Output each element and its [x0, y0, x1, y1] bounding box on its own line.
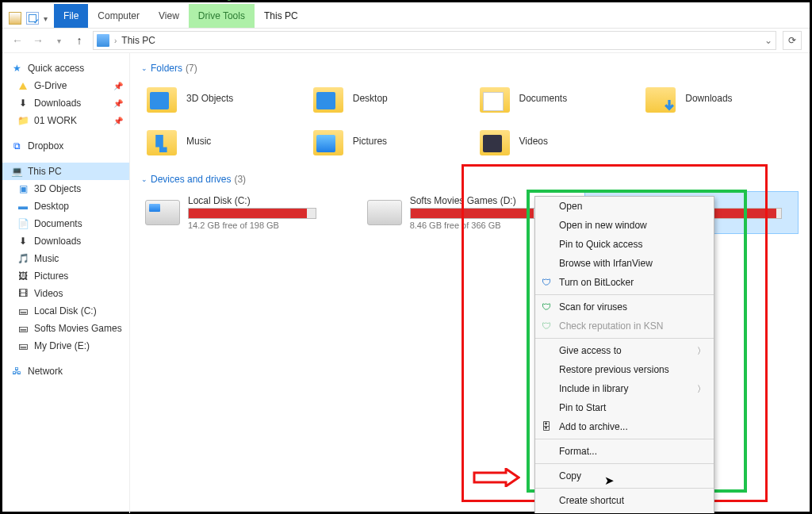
- sidebar-item-videos[interactable]: 🎞Videos: [2, 285, 129, 302]
- qat-icon-2[interactable]: ✔: [26, 12, 39, 25]
- sidebar-item-3d-objects[interactable]: ▣3D Objects: [2, 180, 129, 198]
- nav-forward: →: [31, 34, 45, 47]
- nav-back[interactable]: ←: [10, 34, 25, 47]
- gdrive-icon: [17, 79, 29, 92]
- qat-icon-1[interactable]: [9, 12, 21, 25]
- tab-drive-tools[interactable]: Drive Tools: [189, 4, 255, 28]
- sidebar-item-my-drive-e[interactable]: 🖴My Drive (E:): [2, 337, 129, 355]
- ctx-give-access-to[interactable]: Give access to〉: [535, 341, 714, 360]
- sidebar-item-desktop[interactable]: ▬Desktop: [2, 198, 129, 215]
- shield-icon: 🛡: [540, 301, 553, 313]
- group-header-drives[interactable]: ⌄Devices and drives (3): [141, 174, 799, 185]
- tile-documents[interactable]: Documents: [474, 80, 633, 117]
- ctx-open-new-window[interactable]: Open in new window: [535, 216, 714, 235]
- breadcrumb[interactable]: › This PC ⌄: [93, 31, 776, 50]
- sidebar-item-music[interactable]: 🎵Music: [2, 250, 129, 267]
- breadcrumb-location[interactable]: This PC: [121, 35, 155, 46]
- ctx-restore-previous[interactable]: Restore previous versions: [535, 360, 714, 379]
- sidebar-item-quick-access[interactable]: ★Quick access: [2, 59, 129, 77]
- sidebar-label: Downloads: [34, 236, 81, 247]
- ctx-add-archive[interactable]: 🗄Add to archive...: [535, 417, 714, 436]
- chevron-right-icon: 〉: [697, 383, 706, 395]
- tile-videos[interactable]: Videos: [474, 123, 633, 159]
- sidebar-item-downloads[interactable]: ⬇Downloads📌: [2, 94, 129, 112]
- tile-3d-objects[interactable]: 3D Objects: [141, 80, 300, 117]
- sidebar-item-01work[interactable]: 📁01 WORK📌: [2, 112, 129, 129]
- tile-desktop[interactable]: Desktop: [308, 80, 466, 117]
- nav-pane: ★Quick access G-Drive📌 ⬇Downloads📌 📁01 W…: [2, 53, 130, 513]
- group-count: (3): [234, 174, 246, 185]
- tile-pictures[interactable]: Pictures: [308, 123, 466, 159]
- ctx-create-shortcut[interactable]: Create shortcut: [535, 491, 714, 510]
- sidebar-item-local-disk-c[interactable]: 🖴Local Disk (C:): [2, 302, 129, 320]
- pin-icon: 📌: [113, 99, 123, 108]
- tile-downloads[interactable]: Downloads: [640, 80, 799, 117]
- sidebar-item-gdrive[interactable]: G-Drive📌: [2, 77, 129, 94]
- sidebar-item-this-pc[interactable]: 💻This PC: [2, 163, 129, 180]
- folders-grid: 3D Objects Desktop Documents Downloads M…: [141, 80, 799, 159]
- sidebar-label: Dropbox: [28, 140, 63, 152]
- tab-view[interactable]: View: [149, 4, 189, 28]
- ctx-include-library[interactable]: Include in library〉: [535, 379, 714, 398]
- sidebar-label: Desktop: [34, 201, 69, 212]
- ctx-browse-irfanview[interactable]: Browse with IrfanView: [535, 254, 714, 273]
- archive-icon: 🗄: [540, 420, 553, 433]
- pc-icon: 💻: [10, 165, 23, 178]
- sidebar-item-pictures[interactable]: 🖼Pictures: [2, 267, 129, 285]
- sidebar-item-dropbox[interactable]: ⧉Dropbox: [2, 137, 129, 155]
- titlebar: ✔ ▾ File Computer View Drive Tools This …: [2, 2, 810, 29]
- folder-icon: [145, 127, 178, 155]
- ctx-scan-viruses[interactable]: 🛡Scan for viruses: [535, 297, 714, 316]
- folder-icon: [312, 84, 345, 113]
- sidebar-label: Local Disk (C:): [34, 305, 97, 316]
- tile-music[interactable]: Music: [141, 123, 300, 159]
- drive-icon: 🖴: [17, 322, 29, 335]
- breadcrumb-dropdown[interactable]: ⌄: [764, 35, 772, 46]
- sidebar-label: 3D Objects: [34, 183, 81, 194]
- ctx-open[interactable]: Open: [535, 197, 714, 216]
- ctx-bitlocker[interactable]: 🛡Turn on BitLocker: [535, 273, 714, 292]
- drive-icon: [367, 200, 402, 225]
- sidebar-label: Pictures: [34, 270, 68, 282]
- ctx-copy[interactable]: Copy: [535, 466, 714, 485]
- capacity-bar: [410, 208, 538, 219]
- ctx-pin-quick-access[interactable]: Pin to Quick access: [535, 235, 714, 254]
- drive-free: 8.46 GB free of 366 GB: [410, 221, 538, 230]
- content-pane: ⌄Folders (7) 3D Objects Desktop Document…: [130, 53, 810, 513]
- ctx-rename[interactable]: Rename: [535, 510, 714, 513]
- tile-local-disk-c[interactable]: Local Disk (C:) 14.2 GB free of 198 GB: [141, 191, 355, 234]
- group-header-folders[interactable]: ⌄Folders (7): [141, 63, 799, 74]
- nav-recent[interactable]: ▾: [52, 36, 66, 45]
- folder-icon: [145, 84, 178, 113]
- music-icon: 🎵: [17, 252, 29, 265]
- sidebar-item-downloads2[interactable]: ⬇Downloads: [2, 232, 129, 250]
- tab-computer[interactable]: Computer: [88, 4, 149, 28]
- sidebar-item-documents[interactable]: 📄Documents: [2, 215, 129, 232]
- refresh-button[interactable]: ⟳: [783, 31, 802, 50]
- sidebar-item-network[interactable]: 🖧Network: [2, 362, 129, 380]
- folder-icon: [478, 127, 511, 155]
- drive-free: 14.2 GB free of 198 GB: [188, 221, 316, 230]
- pin-icon: 📌: [113, 117, 123, 125]
- sidebar-item-softs-movies[interactable]: 🖴Softs Movies Games: [2, 320, 129, 337]
- chevron-down-icon: ⌄: [141, 64, 147, 72]
- sidebar-label: 01 WORK: [34, 115, 77, 126]
- documents-icon: 📄: [17, 217, 29, 230]
- downloads-icon: ⬇: [17, 97, 29, 109]
- qat-dropdown[interactable]: ▾: [44, 14, 48, 23]
- sidebar-label: Softs Movies Games: [34, 323, 122, 334]
- ctx-pin-start[interactable]: Pin to Start: [535, 398, 714, 417]
- folder-icon: [312, 127, 345, 155]
- chevron-right-icon: ›: [114, 36, 117, 45]
- chevron-down-icon: ⌄: [141, 175, 147, 183]
- tab-file[interactable]: File: [54, 4, 88, 28]
- tile-label: Downloads: [685, 93, 732, 104]
- sidebar-label: Documents: [34, 218, 82, 229]
- window-title: This PC: [255, 4, 308, 28]
- sidebar-label: G-Drive: [34, 80, 67, 91]
- pc-icon: [97, 34, 109, 47]
- tile-label: Desktop: [353, 93, 388, 104]
- ctx-format[interactable]: Format...: [535, 442, 714, 461]
- sidebar-label: Network: [28, 366, 63, 377]
- nav-up[interactable]: ↑: [72, 34, 86, 47]
